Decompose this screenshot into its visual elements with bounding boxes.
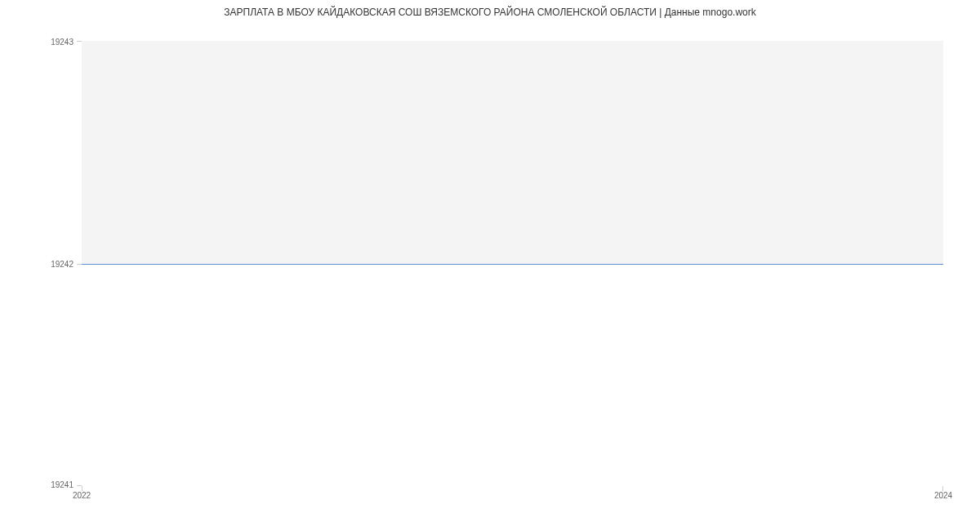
data-series-line [82, 264, 943, 265]
plot-band-lower [82, 264, 943, 487]
y-tick-label-bot: 19241 [37, 480, 74, 489]
chart-area: 19243 19242 19241 2022 2024 [37, 29, 943, 506]
chart-title: ЗАРПЛАТА В МБОУ КАЙДАКОВСКАЯ СОШ ВЯЗЕМСК… [0, 0, 980, 18]
y-tick-label-mid: 19242 [37, 260, 74, 269]
y-tick-label-top: 19243 [37, 38, 74, 47]
plot-band-upper [82, 41, 943, 264]
x-tick-label-right: 2024 [934, 491, 952, 500]
x-tick-label-left: 2022 [73, 491, 91, 500]
plot-area [82, 41, 943, 486]
